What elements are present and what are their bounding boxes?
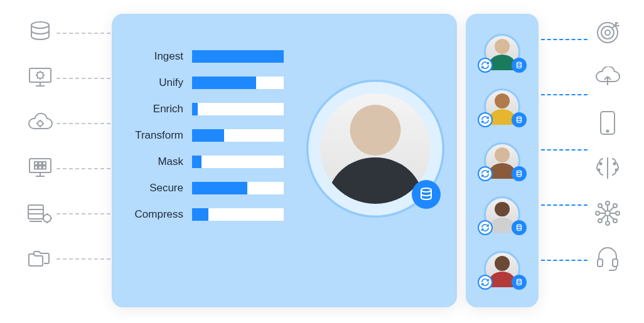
- svg-point-30: [606, 221, 609, 225]
- sync-icon: [478, 58, 493, 73]
- connector-line: [56, 33, 110, 34]
- connector-line: [541, 94, 588, 95]
- svg-point-0: [31, 22, 49, 28]
- database-icon: [512, 58, 527, 73]
- svg-rect-37: [598, 259, 603, 267]
- database-icon: [512, 275, 527, 290]
- person-item: [484, 34, 520, 70]
- main-panel: Ingest Unify Enrich Transform Mask Secur…: [112, 14, 457, 307]
- database-icon: [412, 180, 441, 209]
- bar-label: Enrich: [124, 103, 183, 115]
- connector-line: [56, 213, 110, 214]
- computer-gear-icon: [26, 64, 54, 92]
- svg-point-32: [616, 211, 620, 215]
- cloud-gear-icon: [26, 109, 54, 137]
- svg-point-31: [596, 211, 599, 215]
- connector-line: [541, 39, 588, 40]
- right-dests-column: [594, 19, 621, 272]
- svg-rect-5: [35, 162, 38, 165]
- bar-fill: [192, 77, 256, 89]
- bar-label: Unify: [124, 77, 183, 89]
- svg-point-15: [517, 117, 522, 119]
- headset-icon: [594, 245, 621, 272]
- svg-rect-11: [28, 205, 43, 219]
- bar-row: Compress: [124, 208, 284, 221]
- brain-ai-icon: [594, 154, 621, 182]
- bar-fill: [192, 50, 284, 63]
- svg-rect-1: [30, 68, 51, 82]
- bar-fill: [192, 129, 224, 142]
- bar-row: Enrich: [124, 103, 284, 115]
- svg-rect-8: [35, 166, 38, 169]
- svg-point-27: [616, 169, 618, 171]
- connector-line: [56, 168, 110, 169]
- metrics-bars: Ingest Unify Enrich Transform Mask Secur…: [124, 50, 284, 290]
- database-icon: [512, 166, 527, 181]
- bar-label: Ingest: [124, 50, 183, 63]
- svg-point-24: [600, 163, 602, 165]
- folders-icon: [26, 245, 54, 272]
- connector-line: [56, 258, 110, 260]
- svg-point-20: [601, 26, 614, 39]
- connector-line: [541, 204, 588, 206]
- database-icon: [512, 112, 527, 127]
- svg-point-26: [598, 169, 600, 171]
- bar-row: Transform: [124, 129, 284, 142]
- bar-track: [192, 182, 284, 194]
- bar-track: [192, 208, 284, 221]
- bar-track: [192, 103, 284, 115]
- svg-rect-6: [39, 162, 42, 165]
- mobile-icon: [594, 109, 621, 137]
- svg-rect-38: [613, 259, 618, 267]
- people-panel: [466, 14, 539, 307]
- bar-label: Mask: [124, 156, 183, 168]
- connector-line: [56, 78, 110, 79]
- sync-icon: [478, 220, 493, 235]
- bar-row: Mask: [124, 156, 284, 168]
- computer-grid-icon: [26, 154, 54, 182]
- svg-point-21: [605, 30, 610, 35]
- bar-fill: [192, 182, 247, 194]
- database-stack-icon: [26, 19, 54, 46]
- bar-row: Ingest: [124, 50, 284, 63]
- svg-rect-9: [39, 166, 42, 169]
- svg-point-28: [605, 211, 610, 216]
- person-item: [484, 196, 520, 233]
- sync-icon: [478, 166, 493, 181]
- svg-point-14: [517, 62, 522, 64]
- svg-point-25: [614, 163, 616, 165]
- bar-track: [192, 129, 284, 142]
- bar-track: [192, 77, 284, 89]
- svg-rect-7: [43, 162, 46, 165]
- cloud-upload-icon: [594, 64, 621, 92]
- bar-row: Unify: [124, 77, 284, 89]
- bar-row: Secure: [124, 182, 284, 194]
- bar-fill: [192, 103, 198, 115]
- bar-label: Transform: [124, 129, 183, 142]
- bar-track: [192, 50, 284, 63]
- hub-network-icon: [594, 199, 621, 227]
- sync-icon: [478, 112, 493, 127]
- person-item: [484, 251, 520, 287]
- svg-point-23: [607, 130, 609, 132]
- sync-icon: [478, 275, 493, 290]
- bar-track: [192, 156, 284, 168]
- svg-point-18: [517, 279, 522, 281]
- main-avatar: [306, 80, 444, 218]
- database-icon: [512, 220, 527, 235]
- target-icon: [594, 19, 621, 46]
- person-item: [484, 88, 520, 125]
- svg-point-17: [517, 225, 522, 226]
- svg-point-13: [421, 188, 431, 192]
- person-item: [484, 142, 520, 179]
- bar-fill: [192, 208, 208, 221]
- left-sources-column: [26, 19, 54, 272]
- connector-line: [541, 260, 588, 261]
- bar-fill: [192, 156, 201, 168]
- bar-label: Compress: [124, 208, 183, 221]
- svg-point-29: [606, 201, 609, 205]
- connector-line: [56, 123, 110, 124]
- svg-point-16: [517, 171, 522, 172]
- svg-point-12: [43, 214, 51, 222]
- svg-point-3: [38, 121, 43, 126]
